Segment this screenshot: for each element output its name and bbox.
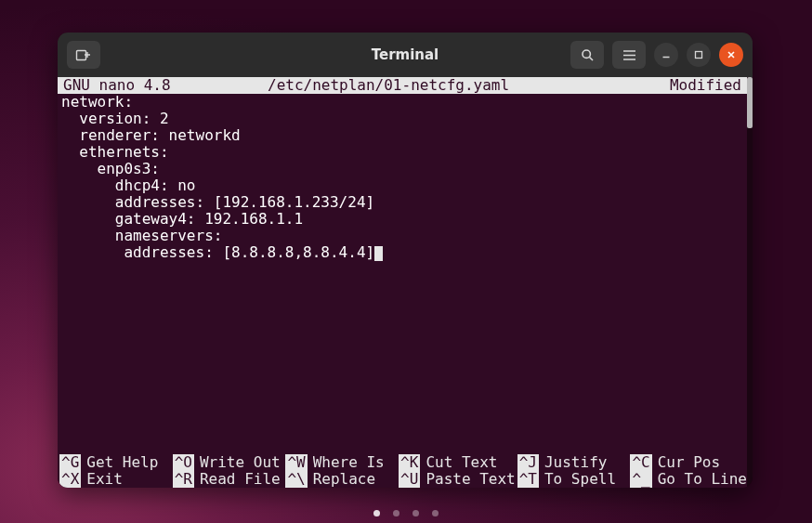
shortcut-key: ^X [59,471,81,488]
shortcut-key: ^R [173,471,194,488]
shortcut-key: ^U [399,471,420,488]
shortcut-label: Get Help [86,454,158,471]
shortcut-key: ^_ [630,471,651,488]
svg-point-3 [583,50,590,58]
editor-line: dhcp4: no [61,177,196,194]
editor-line: ethernets: [61,143,169,161]
nano-shortcut: ^RRead File [171,471,284,488]
shortcut-label: Read File [200,471,281,488]
shortcut-label: Replace [313,471,375,488]
editor-line: gateway4: 192.168.1.1 [61,210,303,228]
editor-line: nameservers: [61,227,222,244]
nano-file-path: /etc/netplan/01-netcfg.yaml [268,77,670,94]
scrollbar[interactable] [747,77,753,488]
minimize-button[interactable] [654,43,678,67]
svg-rect-9 [696,52,702,59]
nano-statusbar: GNU nano 4.8 /etc/netplan/01-netcfg.yaml… [58,77,747,94]
nano-shortcut: ^XExit [58,471,171,488]
shortcut-label: Exit [86,471,123,488]
editor-line: enp0s3: [61,160,160,177]
terminal-window: Terminal [58,33,753,488]
shortcut-key: ^\ [285,471,307,488]
desktop: Terminal [0,0,812,523]
workspace-dot-2[interactable] [393,510,399,516]
shortcut-key: ^W [285,454,307,471]
editor-line: version: 2 [61,110,169,127]
text-cursor [374,246,383,261]
shortcut-key: ^C [630,454,651,471]
editor-line: addresses: [8.8.8.8,8.8.4.4] [61,243,374,261]
shortcut-label: Paste Text [426,471,515,488]
shortcut-key: ^G [59,454,81,471]
shortcut-key: ^J [517,454,539,471]
editor-line: renderer: networkd [61,126,241,144]
workspace-indicator[interactable] [373,510,439,516]
shortcut-label: Go To Line [658,471,747,488]
workspace-dot-1[interactable] [373,510,380,516]
nano-shortcut: ^GGet Help [58,454,171,471]
close-icon [727,50,736,59]
svg-line-4 [589,57,593,60]
close-button[interactable] [719,43,743,67]
maximize-button[interactable] [687,43,711,67]
shortcut-label: Cur Pos [658,454,720,471]
nano-shortcut: ^\Replace [283,471,397,488]
shortcut-key: ^O [173,454,194,471]
scrollbar-thumb[interactable] [747,77,753,128]
nano-shortcut: ^OWrite Out [171,454,284,471]
search-icon [581,48,595,62]
shortcut-label: To Spell [544,471,616,488]
minimize-icon [661,50,671,59]
workspace-dot-4[interactable] [432,510,439,516]
editor-line: addresses: [192.168.1.233/24] [61,193,374,211]
editor-line: network: [61,93,133,111]
nano-shortcut: ^WWhere Is [283,454,397,471]
maximize-icon [694,50,703,59]
nano-shortcut: ^JJustify [516,454,629,471]
nano-shortcut: ^CCur Pos [628,454,747,471]
nano-shortcut: ^UPaste Text [397,471,516,488]
shortcut-label: Where Is [313,454,385,471]
workspace-dot-3[interactable] [413,510,419,516]
shortcut-label: Cut Text [426,454,497,471]
search-button[interactable] [570,41,604,69]
nano-shortcut: ^TTo Spell [516,471,629,488]
editor-content[interactable]: network: version: 2 renderer: networkd e… [58,94,747,261]
shortcut-key: ^T [517,471,539,488]
shortcut-label: Justify [544,454,607,471]
shortcut-key: ^K [399,454,420,471]
nano-app-name: GNU nano 4.8 [63,77,268,94]
menu-button[interactable] [612,41,646,69]
nano-modified-status: Modified [670,77,741,94]
terminal-body[interactable]: GNU nano 4.8 /etc/netplan/01-netcfg.yaml… [58,77,747,488]
titlebar: Terminal [58,33,753,77]
nano-shortcut: ^KCut Text [397,454,516,471]
nano-shortcut: ^_Go To Line [628,471,747,488]
hamburger-icon [622,49,636,61]
shortcut-label: Write Out [200,454,281,471]
nano-help-bar: ^GGet Help^OWrite Out^WWhere Is^KCut Tex… [58,454,747,488]
